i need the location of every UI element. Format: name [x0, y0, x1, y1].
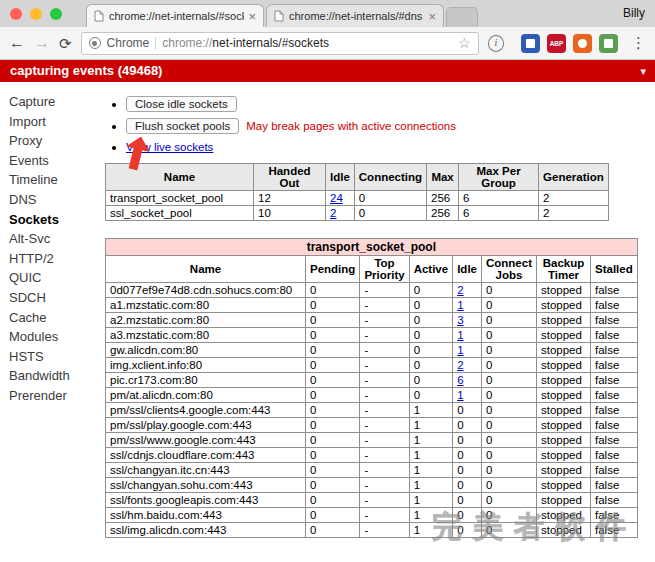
forward-button[interactable]: → — [34, 35, 50, 51]
sidebar-item-quic[interactable]: QUIC — [9, 268, 97, 288]
extension-icon-4[interactable] — [599, 34, 618, 53]
idle-sockets-link[interactable]: 24 — [330, 192, 343, 204]
table-cell: stopped — [536, 358, 590, 373]
sidebar-item-sockets[interactable]: Sockets — [9, 210, 97, 230]
table-cell: pm/ssl/www.google.com:443 — [106, 433, 306, 448]
idle-sockets-link[interactable]: 2 — [457, 359, 463, 371]
column-header: Backup Timer — [536, 256, 590, 283]
zoom-window-button[interactable] — [50, 8, 62, 20]
table-cell: 0 — [453, 418, 482, 433]
table-cell: 1 — [409, 463, 453, 478]
table-cell: 0 — [481, 298, 536, 313]
tab-net-internals-dns[interactable]: chrome://net-internals/#dns × — [266, 4, 444, 27]
new-tab-button[interactable] — [446, 7, 478, 27]
sidebar-item-hsts[interactable]: HSTS — [9, 347, 97, 367]
column-header: Stalled — [590, 256, 637, 283]
idle-sockets-link[interactable]: 2 — [457, 284, 463, 296]
close-idle-sockets-button[interactable]: Close idle sockets — [126, 96, 237, 112]
column-header: Name — [106, 164, 254, 191]
table-cell: 256 — [427, 191, 459, 206]
table-cell: - — [360, 343, 409, 358]
sidebar-item-sdch[interactable]: SDCH — [9, 288, 97, 308]
idle-sockets-link[interactable]: 1 — [457, 344, 463, 356]
back-button[interactable]: ← — [9, 35, 25, 51]
sidebar-item-capture[interactable]: Capture — [9, 92, 97, 112]
table-row: a1.mzstatic.com:800-010stoppedfalse — [106, 298, 638, 313]
table-cell: 0 — [409, 388, 453, 403]
table-cell: 1 — [453, 298, 482, 313]
table-cell: 0 — [481, 493, 536, 508]
banner-caret-icon[interactable]: ▾ — [640, 60, 646, 82]
idle-sockets-link[interactable]: 6 — [457, 374, 463, 386]
sidebar-item-timeline[interactable]: Timeline — [9, 170, 97, 190]
browser-menu-icon[interactable]: ⋮ — [631, 34, 646, 52]
sidebar-item-prerender[interactable]: Prerender — [9, 386, 97, 406]
reload-button[interactable]: ⟳ — [59, 36, 72, 51]
table-cell: stopped — [536, 328, 590, 343]
column-header: Connecting — [354, 164, 426, 191]
table-cell: pm/ssl/clients4.google.com:443 — [106, 403, 306, 418]
url-text[interactable]: chrome://net-internals/#sockets — [162, 36, 329, 50]
column-header: Idle — [326, 164, 355, 191]
table-cell: false — [590, 478, 637, 493]
address-bar[interactable]: Chrome chrome://net-internals/#sockets ☆ — [81, 32, 479, 55]
sidebar-item-events[interactable]: Events — [9, 151, 97, 171]
table-cell: a1.mzstatic.com:80 — [106, 298, 306, 313]
info-icon[interactable]: i — [488, 35, 504, 52]
table-cell: 0 — [409, 298, 453, 313]
sidebar-item-modules[interactable]: Modules — [9, 327, 97, 347]
table-cell: 6 — [459, 191, 539, 206]
origin-chip-label: Chrome — [107, 36, 150, 50]
table-cell: ssl/hm.baidu.com:443 — [106, 508, 306, 523]
idle-sockets-link[interactable]: 1 — [457, 389, 463, 401]
capture-status-banner[interactable]: capturing events (49468) ▾ — [0, 60, 655, 82]
table-cell: 0 — [306, 343, 360, 358]
adblock-plus-icon[interactable]: ABP — [547, 34, 566, 53]
minimize-window-button[interactable] — [30, 8, 42, 20]
table-cell: 1 — [409, 418, 453, 433]
tab-close-icon[interactable]: × — [248, 10, 256, 23]
table-cell: 0 — [306, 403, 360, 418]
bookmark-star-icon[interactable]: ☆ — [458, 35, 471, 51]
idle-sockets-link[interactable]: 1 — [457, 329, 463, 341]
extension-icon-3[interactable] — [573, 34, 592, 53]
net-internals-page: CaptureImportProxyEventsTimelineDNSSocke… — [0, 82, 655, 562]
sidebar-item-import[interactable]: Import — [9, 112, 97, 132]
table-row: pic.cr173.com:800-060stoppedfalse — [106, 373, 638, 388]
idle-sockets-link[interactable]: 1 — [457, 299, 463, 311]
table-cell: - — [360, 418, 409, 433]
table-cell: stopped — [536, 298, 590, 313]
extension-icon-1[interactable] — [521, 34, 540, 53]
sidebar-item-bandwidth[interactable]: Bandwidth — [9, 366, 97, 386]
profile-name[interactable]: Billy — [623, 6, 645, 20]
table-cell: false — [590, 463, 637, 478]
view-live-sockets-link[interactable]: View live sockets — [126, 141, 213, 153]
table-cell: ssl/cdnjs.cloudflare.com:443 — [106, 448, 306, 463]
table-cell: 2 — [326, 206, 355, 221]
table-row: pm/ssl/www.google.com:4430-100stoppedfal… — [106, 433, 638, 448]
tab-close-icon[interactable]: × — [428, 10, 436, 23]
table-cell: 0 — [306, 523, 360, 538]
idle-sockets-link[interactable]: 2 — [330, 207, 336, 219]
sidebar: CaptureImportProxyEventsTimelineDNSSocke… — [0, 82, 97, 562]
sidebar-item-alt-svc[interactable]: Alt-Svc — [9, 229, 97, 249]
table-cell: - — [360, 493, 409, 508]
table-cell: 1 — [409, 448, 453, 463]
table-cell: stopped — [536, 478, 590, 493]
table-cell: 0 — [306, 463, 360, 478]
idle-sockets-link[interactable]: 3 — [457, 314, 463, 326]
list-item: View live sockets — [126, 140, 655, 154]
table-row: pm/at.alicdn.com:800-010stoppedfalse — [106, 388, 638, 403]
close-window-button[interactable] — [10, 8, 22, 20]
table-cell: 0 — [481, 388, 536, 403]
table-cell: 0 — [481, 463, 536, 478]
table-cell: 12 — [254, 191, 326, 206]
flush-socket-pools-button[interactable]: Flush socket pools — [126, 118, 239, 134]
table-cell: false — [590, 313, 637, 328]
sidebar-item-proxy[interactable]: Proxy — [9, 131, 97, 151]
column-header: Top Priority — [360, 256, 409, 283]
sidebar-item-http-2[interactable]: HTTP/2 — [9, 249, 97, 269]
sidebar-item-dns[interactable]: DNS — [9, 190, 97, 210]
sidebar-item-cache[interactable]: Cache — [9, 308, 97, 328]
tab-net-internals-sockets[interactable]: chrome://net-internals/#socke × — [86, 4, 264, 27]
